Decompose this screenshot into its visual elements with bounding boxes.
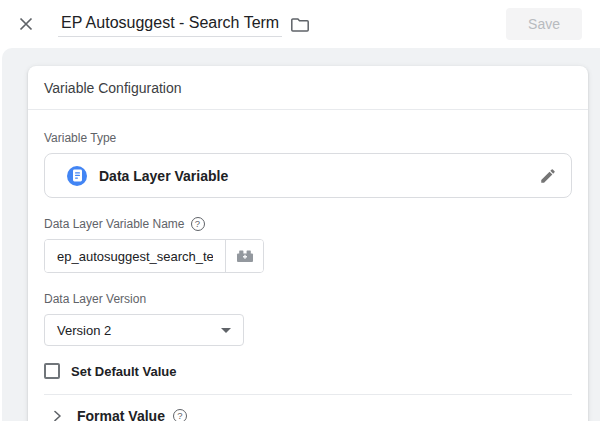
version-selected-value: Version 2 [57, 323, 111, 338]
chevron-right-icon [51, 410, 63, 421]
set-default-value-checkbox[interactable] [44, 363, 60, 379]
card-title: Variable Configuration [28, 66, 588, 110]
help-icon[interactable]: ? [173, 409, 187, 421]
variable-title-group: EP Autosuggest - Search Term [58, 11, 309, 37]
top-bar: EP Autosuggest - Search Term Save [0, 0, 600, 48]
variable-type-label-text: Variable Type [44, 131, 116, 145]
variable-name-label-text: Data Layer Variable Name [44, 217, 185, 231]
variable-type-value: Data Layer Variable [99, 168, 228, 184]
variable-name-input-group [44, 239, 264, 273]
help-icon[interactable]: ? [191, 217, 205, 231]
variable-name-input[interactable] [45, 240, 225, 272]
card-body: Variable Type Data Layer Variable [28, 110, 588, 421]
pencil-icon [539, 167, 557, 185]
save-button[interactable]: Save [506, 8, 582, 40]
brick-plus-icon [235, 248, 255, 264]
set-default-value-row[interactable]: Set Default Value [44, 363, 572, 379]
caret-down-icon [221, 328, 231, 333]
set-default-value-label: Set Default Value [71, 364, 176, 379]
variable-picker-button[interactable] [225, 240, 263, 272]
format-value-row[interactable]: Format Value ? [44, 395, 572, 421]
variable-type-label: Variable Type [44, 131, 572, 145]
version-select[interactable]: Version 2 [44, 314, 244, 346]
variable-name-label: Data Layer Variable Name ? [44, 217, 572, 231]
data-layer-variable-icon [67, 166, 87, 186]
folder-icon [291, 17, 309, 32]
close-icon [18, 16, 34, 32]
version-label-text: Data Layer Version [44, 292, 146, 306]
variable-configuration-card: Variable Configuration Variable Type Dat… [28, 66, 588, 421]
version-label: Data Layer Version [44, 292, 572, 306]
variable-type-box[interactable]: Data Layer Variable [44, 153, 572, 198]
folder-button[interactable] [291, 17, 309, 32]
variable-title-input[interactable]: EP Autosuggest - Search Term [58, 11, 282, 37]
format-value-label: Format Value [77, 408, 165, 421]
workspace: Variable Configuration Variable Type Dat… [2, 48, 600, 421]
close-button[interactable] [14, 12, 38, 36]
edit-variable-type-button[interactable] [539, 167, 557, 185]
